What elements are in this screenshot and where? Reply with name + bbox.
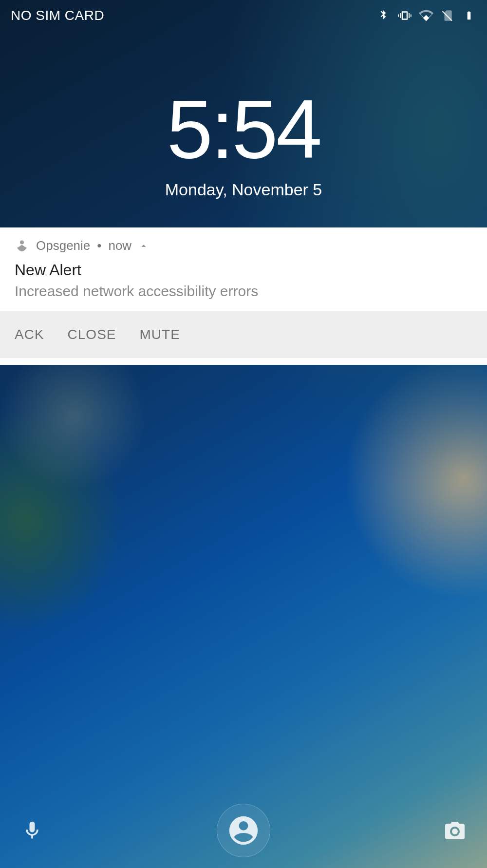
chevron-up-icon[interactable] xyxy=(138,241,149,251)
notification-separator: • xyxy=(97,238,101,253)
bluetooth-icon xyxy=(376,8,391,23)
user-switcher-button[interactable] xyxy=(217,804,270,857)
svg-point-0 xyxy=(20,240,24,244)
carrier-label: NO SIM CARD xyxy=(11,8,104,23)
notification-body: Increased network accessibility errors xyxy=(15,283,472,300)
notification-content[interactable]: Opsgenie • now New Alert Increased netwo… xyxy=(0,227,487,311)
status-icons xyxy=(376,8,476,23)
clock-area: 5:54 Monday, November 5 xyxy=(0,88,487,199)
status-bar: NO SIM CARD xyxy=(0,0,487,31)
wifi-icon xyxy=(419,8,433,23)
clock-date: Monday, November 5 xyxy=(165,180,322,199)
notification-header[interactable]: Opsgenie • now xyxy=(15,238,472,253)
mic-icon[interactable] xyxy=(19,818,45,843)
notification-title: New Alert xyxy=(15,261,472,279)
camera-icon[interactable] xyxy=(442,818,468,843)
mute-button[interactable]: MUTE xyxy=(140,327,180,342)
close-button[interactable]: CLOSE xyxy=(68,327,116,342)
notification-card[interactable]: Opsgenie • now New Alert Increased netwo… xyxy=(0,227,487,365)
ack-button[interactable]: ACK xyxy=(15,327,44,342)
user-icon xyxy=(226,813,261,848)
vibrate-icon xyxy=(397,8,412,23)
notification-app-name: Opsgenie xyxy=(36,238,90,253)
no-sim-icon xyxy=(440,8,455,23)
notification-divider xyxy=(0,358,487,365)
battery-icon xyxy=(462,8,476,23)
notification-actions: ACK CLOSE MUTE xyxy=(0,311,487,358)
lockscreen-bottom-bar xyxy=(0,804,487,857)
notification-timestamp: now xyxy=(108,238,131,253)
lock-screen: NO SIM CARD 5:54 Monday, November 5 xyxy=(0,0,487,868)
clock-time: 5:54 xyxy=(167,88,320,170)
opsgenie-app-icon xyxy=(15,239,29,253)
